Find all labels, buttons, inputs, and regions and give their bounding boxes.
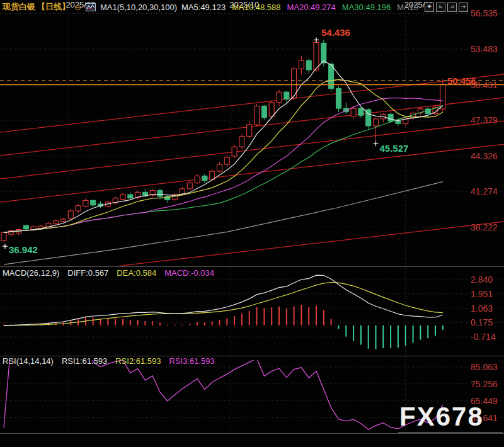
macd-pane [4, 275, 443, 349]
rsi-pane [4, 341, 443, 430]
ma-value-label: MA30:49.196 [342, 3, 391, 12]
scale-right-icon[interactable]: ⊿ [447, 3, 457, 12]
annotation-high-price: 54.436 [321, 27, 350, 38]
ma-value-label: MA10 [397, 3, 418, 12]
annotation-pullback-low-price: 45.527 [380, 143, 409, 154]
macd-dea-value: DEA:0.584 [117, 268, 156, 278]
scale-left-icon[interactable]: ⊾ [436, 3, 445, 12]
macd-value: MACD:-0.034 [164, 268, 214, 278]
main-price-pane [0, 37, 504, 280]
detach-window-icon[interactable]: ⇥ [459, 3, 468, 12]
watermark: FX678 [399, 404, 484, 430]
ma-value-label: MA10:48.588 [232, 3, 280, 12]
ma-settings-label: MA1(5,10,20,30,100) [100, 3, 177, 12]
rsi2-value: RSI2:61.593 [115, 356, 161, 366]
ma-value-label: MA5:49.123 [181, 3, 226, 12]
rsi1-value: RSI1:61.593 [62, 356, 107, 366]
collapse-pane-icon[interactable]: ⊖ [74, 3, 81, 11]
annotation-last-price: 50.456 [447, 76, 476, 86]
rsi3-value: RSI3:61.593 [169, 356, 215, 366]
chart-canvas[interactable] [0, 0, 504, 447]
trading-app-window: 56.53553.48350.43147.37944.32641.27438.2… [0, 0, 504, 447]
period-label: 【日线】 [37, 1, 70, 13]
macd-indicator-row: MACD(26,12,9) DIFF:0.567 DEA:0.584 MACD:… [3, 268, 214, 278]
macd-diff-value: DIFF:0.567 [67, 268, 108, 278]
mini-chart-icon[interactable] [86, 3, 96, 11]
chart-header: 现货白银 【日线】 ⊖ MA1(5,10,20,30,100) MA5:49.1… [0, 0, 504, 14]
macd-params-label[interactable]: MACD(26,12,9) [3, 268, 59, 278]
rsi-params-label[interactable]: RSI(14,14,14) [3, 356, 54, 366]
chart-toolbar: ✚⊾⊿⇥ [425, 3, 468, 12]
symbol-title: 现货白银 [3, 1, 35, 13]
crosshair-icon[interactable]: ✚ [425, 3, 434, 12]
rsi-indicator-row: RSI(14,14,14) RSI1:61.593 RSI2:61.593 RS… [3, 356, 215, 366]
ma-value-label: MA20:49.274 [287, 3, 336, 12]
ma-values: MA5:49.123MA10:48.588MA20:49.274MA30:49.… [181, 3, 418, 12]
annotation-start-low-price: 36.942 [9, 244, 38, 255]
